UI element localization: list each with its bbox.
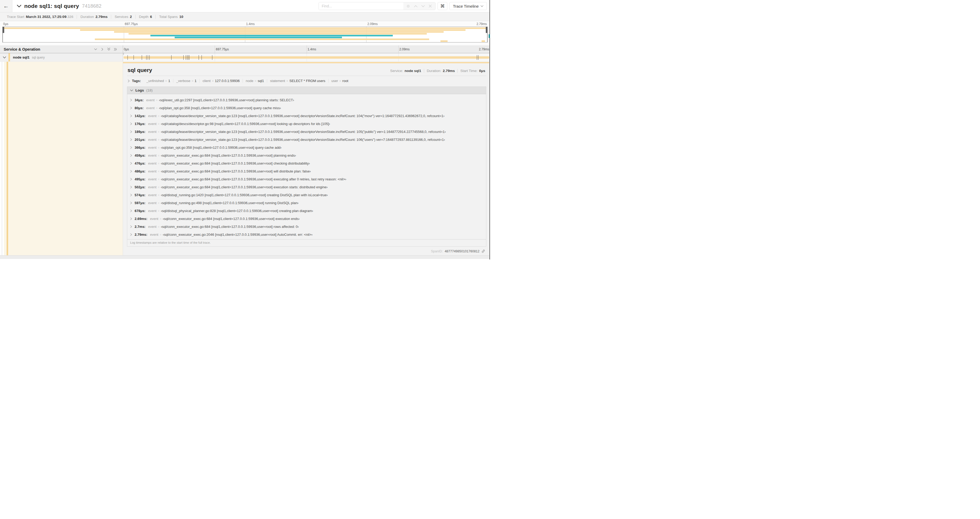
log-row[interactable]: 142μs: event = ‹sql/catalog/lease/descri…	[127, 112, 486, 120]
minimap-span-bar	[95, 38, 430, 40]
tag-key: statement	[270, 79, 285, 83]
log-row[interactable]: 486μs: event = ‹sql/conn_executor_exec.g…	[127, 168, 486, 176]
expand-all-button[interactable]	[107, 47, 111, 51]
right-edge-teal-marker	[489, 34, 490, 38]
log-row[interactable]: 189μs: event = ‹sql/catalog/lease/descri…	[127, 128, 486, 136]
span-meta-item: Service: node sql1	[388, 69, 424, 73]
left-scrubber-handle[interactable]	[3, 27, 4, 33]
minimap-span-bar	[129, 33, 427, 35]
log-row[interactable]: 678μs: event = ‹sql/distsql_physical_pla…	[127, 207, 486, 215]
log-row[interactable]: 495μs: event = ‹sql/conn_executor_exec.g…	[127, 176, 486, 183]
ruler-tick-label: 2.09ms	[399, 48, 410, 51]
span-meta: Service: node sql1 Duration: 2.79ms Star…	[388, 69, 486, 73]
trace-collapse-chevron-icon[interactable]	[17, 5, 21, 8]
find-controls	[403, 2, 435, 10]
log-field-key: event	[148, 193, 156, 197]
log-row[interactable]: 34μs: event = ‹sql/exec_util.go:2297 [ns…	[127, 96, 486, 104]
log-field-key: event	[148, 114, 156, 118]
tag-value: 1	[195, 79, 197, 83]
span-row[interactable]: node sql1 sql query	[0, 53, 490, 62]
trace-id: 7418682	[82, 3, 102, 9]
chevron-right-icon	[100, 48, 104, 51]
chevron-right-icon	[130, 99, 132, 102]
minimap-span-bar	[3, 27, 487, 29]
chevron-right-icon	[130, 225, 132, 228]
right-scrubber-handle[interactable]	[486, 27, 487, 33]
tags-accordion[interactable]: Tags: _unfinished = 1 _verbose = 1	[127, 76, 486, 84]
tag-item: statement = SELECT * FROM users	[267, 79, 328, 83]
log-row[interactable]: 201μs: event = ‹sql/catalog/lease/descri…	[127, 136, 486, 144]
log-row[interactable]: 176μs: event = ‹sql/catalog/descs/descri…	[127, 120, 486, 128]
chevron-right-icon	[130, 170, 132, 173]
log-row[interactable]: 366μs: event = ‹sql/plan_opt.go:358 [nsq…	[127, 144, 486, 152]
tag-key: _verbose	[176, 79, 190, 83]
log-row[interactable]: 2.69ms: event = ‹sql/conn_executor_exec.…	[127, 215, 486, 223]
log-row[interactable]: 80μs: event = ‹sql/plan_opt.go:358 [nsql…	[127, 104, 486, 112]
log-field-equals: =	[156, 99, 158, 102]
next-result-icon[interactable]	[421, 4, 425, 8]
locate-result-icon[interactable]	[406, 4, 411, 8]
keyboard-shortcuts-button[interactable]: ⌘	[438, 2, 447, 10]
log-row[interactable]: 2.79ms: event = ‹sql/conn_executor_exec.…	[127, 231, 486, 239]
tag-value: root	[342, 79, 348, 83]
logs-header[interactable]: Logs (18)	[127, 87, 486, 94]
collapse-all-button[interactable]	[113, 48, 118, 51]
minimap-span-bar	[80, 29, 466, 31]
summary-item: Trace Start March 31 2022, 17:25:09.326	[3, 15, 77, 19]
log-field-equals: =	[158, 122, 159, 126]
log-field-equals: =	[158, 154, 159, 157]
log-field-equals: =	[158, 130, 159, 133]
service-color-strip	[6, 62, 8, 255]
log-row[interactable]: 2.7ms: event = ‹sql/conn_executor_exec.g…	[127, 223, 486, 231]
jaeger-trace-timeline-page: ← node sql1: sql query 7418682	[0, 0, 490, 260]
log-field-value: ‹sql/conn_executor_exec.go:684 [nsql1,cl…	[161, 185, 328, 189]
meta-label: Start Time:	[460, 69, 477, 73]
collapse-one-level-button[interactable]	[100, 48, 104, 51]
find-group	[318, 2, 436, 10]
column-resizer-handle[interactable]: ‖	[123, 52, 124, 55]
log-row[interactable]: 574μs: event = ‹sql/distsql_running.go:1…	[127, 191, 486, 199]
meta-value: 2.79ms	[443, 69, 455, 73]
tag-equals: =	[212, 79, 213, 83]
log-marker-tick	[134, 55, 134, 60]
span-row-name-column[interactable]: node sql1 sql query	[0, 53, 123, 61]
find-input[interactable]	[319, 2, 403, 10]
summary-item: Services 2	[111, 15, 135, 19]
summary-label: Duration	[80, 15, 94, 19]
log-marker-tick	[171, 55, 172, 60]
span-bar-accent	[123, 62, 489, 63]
log-field-key: event	[148, 169, 156, 173]
tag-equals: =	[191, 79, 193, 83]
trace-view-selector-button[interactable]: Trace Timeline	[449, 2, 487, 10]
span-children-collapse-icon[interactable]	[3, 56, 6, 59]
log-marker-tick	[146, 55, 146, 60]
log-marker-tick	[199, 55, 199, 60]
tag-value: SELECT * FROM users	[290, 79, 325, 83]
span-duration-bar[interactable]	[124, 56, 489, 59]
minimap-canvas[interactable]	[2, 27, 488, 43]
log-row[interactable]: 597μs: event = ‹sql/distsql_running.go:4…	[127, 199, 486, 207]
log-row[interactable]: 459μs: event = ‹sql/conn_executor_exec.g…	[127, 152, 486, 160]
back-button[interactable]: ←	[0, 0, 13, 12]
minimap-tick-label: 2.79ms	[477, 22, 487, 26]
log-timestamp: 476μs:	[135, 161, 145, 165]
log-timestamp: 34μs:	[135, 98, 143, 102]
copy-span-link-button[interactable]	[481, 249, 485, 253]
chevron-right-icon	[130, 115, 132, 117]
expand-one-level-button[interactable]	[94, 48, 97, 51]
logs-title: Logs	[135, 88, 144, 92]
summary-value: 2	[130, 15, 132, 19]
log-row[interactable]: 502μs: event = ‹sql/conn_executor_exec.g…	[127, 183, 486, 191]
summary-item: Depth 6	[135, 15, 156, 19]
summary-value-suffix: .326	[67, 15, 73, 19]
clear-search-icon[interactable]	[428, 4, 433, 8]
log-field-value: ‹sql/distsql_physical_planner.go:828 [ns…	[161, 209, 313, 213]
log-timestamp: 495μs:	[135, 177, 145, 181]
span-row-timeline[interactable]	[123, 53, 490, 61]
service-operation-header: Service & Operation ‖	[0, 45, 123, 53]
tag-equals: =	[255, 79, 256, 83]
log-row[interactable]: 476μs: event = ‹sql/conn_executor_exec.g…	[127, 160, 486, 168]
prev-result-icon[interactable]	[413, 4, 418, 8]
chevron-right-icon	[130, 178, 132, 180]
log-timestamp: 189μs:	[135, 130, 145, 134]
